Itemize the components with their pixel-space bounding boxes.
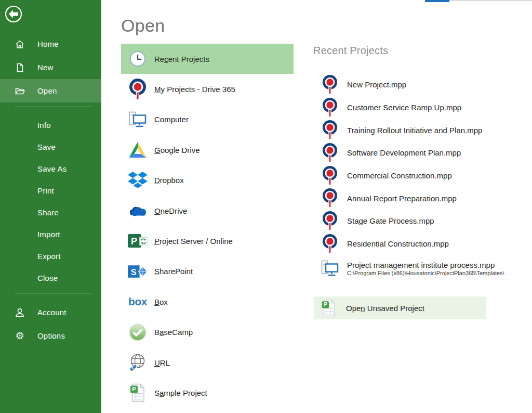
place-item-label: My Projects - Drive 365	[154, 85, 235, 94]
sidebar-item-share[interactable]: Share	[0, 201, 101, 223]
recent-file-name: Software Development Plan.mpp	[347, 148, 461, 157]
sidebar-item-label: Home	[37, 40, 59, 48]
person-icon	[15, 307, 25, 318]
svg-text:P: P	[324, 302, 327, 307]
place-item-url[interactable]: URL	[121, 347, 294, 378]
recent-file-item[interactable]: Commercial Construction.mpp	[314, 164, 527, 187]
drive365-pin-icon	[321, 97, 339, 118]
sidebar-item-new[interactable]: New	[0, 56, 101, 79]
sidebar-item-open[interactable]: Open	[0, 79, 101, 102]
sidebar-item-print[interactable]: Print	[0, 179, 101, 201]
sidebar-item-import[interactable]: Import	[0, 223, 101, 245]
place-item-google-drive[interactable]: Google Drive	[121, 135, 294, 165]
new-document-icon	[15, 62, 25, 73]
open-unsaved-project-label: Open Unsaved Project	[346, 304, 424, 313]
recent-files-list: New Project.mpp Customer Service Ramp Up…	[314, 73, 527, 281]
project-server-icon: P	[128, 233, 148, 250]
recent-file-item[interactable]: Residential Construction.mpp	[314, 233, 527, 255]
dropbox-icon	[128, 172, 148, 189]
back-button[interactable]	[5, 5, 22, 23]
sidebar-item-info[interactable]: Info	[0, 114, 101, 136]
gear-icon: ⚙	[15, 331, 25, 341]
home-icon	[15, 39, 25, 49]
back-arrow-icon	[5, 5, 22, 23]
sidebar-item-close[interactable]: Close	[0, 267, 101, 289]
place-item-label: Box	[154, 298, 168, 306]
computer-icon	[128, 111, 148, 128]
recent-file-item[interactable]: Project management institute process.mpp…	[314, 255, 527, 281]
sidebar-item-options[interactable]: ⚙ Options	[0, 324, 101, 347]
sidebar-item-save[interactable]: Save	[0, 136, 101, 158]
recent-file-item[interactable]: Stage Gate Process.mpp	[314, 210, 527, 233]
place-item-label: OneDrive	[154, 206, 187, 215]
computer-icon	[321, 260, 339, 277]
place-item-label: BaseCamp	[154, 328, 193, 337]
place-item-label: Google Drive	[154, 146, 200, 154]
clock-icon	[128, 50, 148, 68]
drive365-pin-icon	[321, 211, 339, 231]
recent-file-name: Commercial Construction.mpp	[347, 171, 452, 180]
place-item-sample-project[interactable]: P Sample Project	[121, 378, 294, 408]
sidebar-item-label: Options	[37, 331, 65, 340]
sidebar-item-export[interactable]: Export	[0, 245, 101, 267]
place-item-label: Sample Project	[154, 389, 207, 397]
top-accent-bar	[425, 0, 449, 2]
project-file-icon: P	[128, 383, 148, 402]
place-item-label: Computer	[154, 115, 189, 124]
place-item-basecamp[interactable]: BaseCamp	[121, 317, 294, 347]
place-item-label: URL	[154, 358, 170, 367]
place-item-my-projects-drive-365[interactable]: My Projects - Drive 365	[121, 74, 294, 104]
google-drive-icon	[128, 141, 148, 159]
recent-file-item[interactable]: Customer Service Ramp Up.mpp	[314, 96, 527, 119]
open-unsaved-project-button[interactable]: P Open Unsaved Project	[314, 296, 486, 319]
recent-file-item[interactable]: New Project.mpp	[314, 73, 527, 96]
drive365-pin-icon	[321, 188, 339, 209]
place-item-label: SharePoint	[154, 267, 193, 276]
unsaved-project-file-icon: P	[320, 299, 338, 317]
place-item-label: Recent Projects	[154, 55, 209, 63]
sidebar-item-label: New	[37, 63, 54, 72]
sidebar-divider	[15, 107, 91, 107]
basecamp-icon	[128, 323, 148, 342]
recent-file-name: Customer Service Ramp Up.mpp	[347, 103, 461, 112]
open-places-list: Recent Projects My Projects - Drive 365 …	[121, 44, 294, 408]
drive365-pin-icon	[321, 143, 339, 163]
place-item-dropbox[interactable]: Dropbox	[121, 165, 294, 196]
open-folder-icon	[15, 86, 25, 96]
sidebar-item-label: Open	[37, 86, 57, 95]
drive365-icon	[128, 78, 148, 101]
recent-file-path: C:\Program Files (x86)\Housatonic\Projec…	[347, 270, 504, 276]
backstage-sidebar: Home New Open Info Save Save As Print	[0, 0, 101, 413]
recent-file-item[interactable]: Annual Report Preparation.mpp	[314, 187, 527, 210]
url-globe-icon	[128, 353, 148, 372]
sidebar-item-home[interactable]: Home	[0, 32, 101, 56]
place-item-sharepoint[interactable]: S SharePoint	[121, 256, 294, 287]
sharepoint-icon: S	[128, 263, 148, 280]
place-item-label: Dropbox	[154, 176, 184, 185]
place-item-onedrive[interactable]: OneDrive	[121, 196, 294, 226]
sidebar-item-account[interactable]: Account	[0, 301, 101, 324]
drive365-pin-icon	[321, 74, 339, 95]
box-icon: box	[128, 295, 148, 308]
page-title: Open	[121, 16, 165, 36]
place-item-recent-projects[interactable]: Recent Projects	[121, 44, 294, 74]
svg-text:P: P	[132, 386, 136, 392]
recent-file-item[interactable]: Software Development Plan.mpp	[314, 141, 527, 164]
recent-file-name: Annual Report Preparation.mpp	[347, 194, 457, 203]
recent-file-name: Training Rollout Initiative and Plan.mpp	[347, 126, 482, 135]
recent-file-item[interactable]: Training Rollout Initiative and Plan.mpp	[314, 119, 527, 141]
drive365-pin-icon	[321, 165, 339, 186]
top-edge-line	[449, 0, 532, 1]
place-item-project-server-online[interactable]: P Project Server / Online	[121, 226, 294, 256]
onedrive-icon	[128, 203, 148, 218]
place-item-computer[interactable]: Computer	[121, 105, 294, 135]
sidebar-divider	[15, 293, 91, 293]
recent-file-name: Stage Gate Process.mpp	[347, 216, 434, 225]
svg-text:P: P	[131, 236, 137, 247]
sidebar-item-label: Account	[37, 308, 66, 317]
place-item-label: Project Server / Online	[154, 237, 233, 246]
drive365-pin-icon	[321, 234, 339, 254]
sidebar-item-save-as[interactable]: Save As	[0, 158, 101, 179]
place-item-box[interactable]: box Box	[121, 287, 294, 317]
svg-text:S: S	[131, 267, 137, 277]
